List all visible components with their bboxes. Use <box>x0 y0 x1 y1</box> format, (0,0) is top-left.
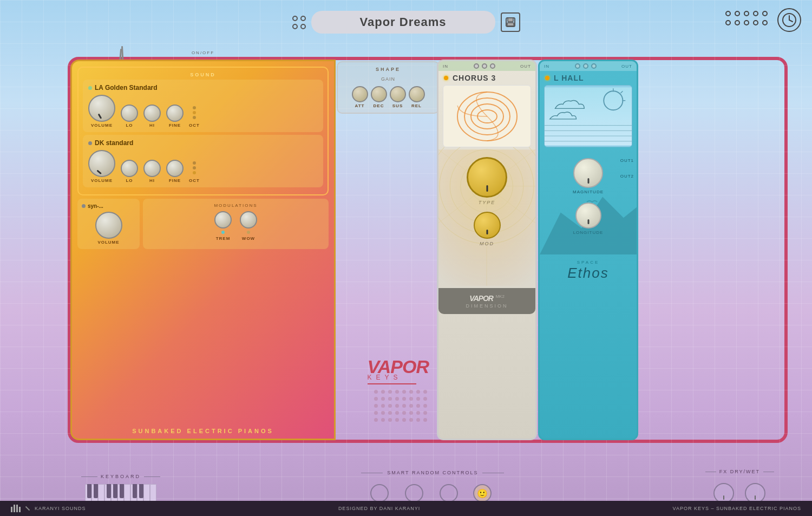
ethos-jack-1 <box>575 63 580 69</box>
sr-dimension-knob[interactable] <box>405 484 423 502</box>
dm-dot <box>374 418 378 422</box>
footer-right-text: VAPOR KEYS – SUNBAKED ELECTRIC PIANOS <box>673 506 801 511</box>
preset-circle-3[interactable] <box>292 24 298 29</box>
dec-knob[interactable] <box>371 86 387 102</box>
preset-circle-2[interactable] <box>300 16 306 21</box>
longitude-knob[interactable] <box>575 203 601 228</box>
preset-circle-4[interactable] <box>300 24 306 29</box>
dec-label: DEC <box>374 103 384 108</box>
dm-dot <box>381 397 385 401</box>
dot-1 <box>725 11 731 16</box>
on-off-label: ON/OFF <box>192 50 214 55</box>
sr-ethos-knob[interactable] <box>440 484 458 502</box>
sus-label: SUS <box>392 103 403 108</box>
oct-2-dots <box>193 161 196 174</box>
syn-vol-group: VOLUME <box>82 212 135 245</box>
sr-surprise-knob[interactable]: 🙂 <box>473 484 492 502</box>
dm-dot <box>381 390 385 394</box>
dot-2 <box>735 11 740 16</box>
lo-1-knob[interactable] <box>121 104 138 122</box>
volume-2-group: VOLUME <box>88 150 115 183</box>
wow-knob[interactable] <box>240 211 257 228</box>
key-as[interactable] <box>120 484 124 498</box>
dm-dot <box>374 390 378 394</box>
dm-dot <box>423 404 427 408</box>
mod-knob-indicator <box>486 230 488 234</box>
vapor-dim-brand: VAPOR <box>469 294 493 303</box>
chorus-jacks <box>474 63 495 69</box>
save-button[interactable] <box>501 12 520 32</box>
mod-title: MODULATIONS <box>147 203 324 208</box>
lo-1-label: LO <box>126 123 133 128</box>
svg-rect-22 <box>545 87 632 145</box>
instrument-2-led[interactable] <box>88 141 92 145</box>
bar-2 <box>14 505 15 512</box>
key-cs[interactable] <box>87 484 91 498</box>
syn-volume-knob[interactable] <box>95 212 122 239</box>
sr-sound-knob[interactable] <box>370 484 389 502</box>
dot-10 <box>762 20 768 25</box>
ethos-body: MAGNITUDE LONGITUDE OUT1 OUT2 <box>540 147 637 256</box>
lo-2-knob[interactable] <box>121 160 138 177</box>
lo-2-group: LO <box>121 160 138 183</box>
ethos-pedal: IN OUT L HALL <box>538 60 638 440</box>
trem-knob[interactable] <box>214 211 232 228</box>
fine-2-knob[interactable] <box>166 160 184 177</box>
top-bar: Vapor Dreams <box>0 11 812 34</box>
shape-title: SHAPE <box>342 67 434 72</box>
syn-name: syn-... <box>88 203 103 209</box>
wow-led <box>247 231 250 234</box>
fine-1-knob[interactable] <box>166 104 184 122</box>
dot-7 <box>735 20 740 25</box>
fine-1-group: FINE <box>166 104 184 128</box>
sus-knob[interactable] <box>390 86 406 102</box>
footer: KARANYI SOUNDS DESIGNED BY DANI KARANYI … <box>0 501 812 516</box>
dm-dot <box>416 397 420 401</box>
chorus-in-label: IN <box>443 64 448 69</box>
preset-name[interactable]: Vapor Dreams <box>311 11 495 34</box>
key-gs[interactable] <box>113 484 117 498</box>
dm-dot <box>395 390 399 394</box>
key-ds2[interactable] <box>139 484 143 498</box>
dm-dot <box>409 411 413 415</box>
instrument-1-led[interactable] <box>88 86 92 90</box>
dot-3 <box>744 11 749 16</box>
fine-2-group: FINE <box>166 160 184 183</box>
chorus-body: TYPE MOD <box>438 147 535 288</box>
out2-label: OUT2 <box>620 174 634 179</box>
dm-dot <box>381 411 385 415</box>
ethos-footer: SPACE Ethos <box>540 256 637 286</box>
dots-grid[interactable] <box>725 11 769 27</box>
dm-dot <box>402 404 406 408</box>
ethos-brand-label: Ethos <box>545 265 631 282</box>
instrument-1-knobs: VOLUME LO HI FINE <box>88 95 318 128</box>
att-knob[interactable] <box>352 86 368 102</box>
key-cs2[interactable] <box>133 484 137 498</box>
rel-knob[interactable] <box>409 86 425 102</box>
dm-dot <box>416 418 420 422</box>
syn-led[interactable] <box>82 204 86 208</box>
hi-1-knob[interactable] <box>143 104 161 122</box>
magnitude-knob[interactable] <box>573 158 603 188</box>
dot-5 <box>762 11 768 16</box>
mod-knob[interactable] <box>474 212 501 239</box>
preset-circles[interactable] <box>292 16 306 29</box>
dm-dot <box>388 397 392 401</box>
instrument-2-name: DK standard <box>95 139 133 147</box>
footer-left-group: KARANYI SOUNDS <box>11 505 86 512</box>
volume-1-knob[interactable] <box>88 95 115 122</box>
key-fs[interactable] <box>107 484 111 498</box>
type-knob[interactable] <box>467 157 507 198</box>
vapor-keys-logo: VAPOR KEYS <box>368 357 429 384</box>
key-ds[interactable] <box>94 484 98 498</box>
vdm-indicator <box>723 495 724 500</box>
volume-2-knob[interactable] <box>88 150 115 177</box>
hi-2-knob[interactable] <box>143 160 161 177</box>
footer-slash <box>25 506 30 511</box>
clock-icon[interactable] <box>777 8 801 32</box>
preset-circle-1[interactable] <box>292 16 298 21</box>
smart-random-label: SMART RANDOM CONTROLS <box>387 470 478 475</box>
dm-dot <box>409 418 413 422</box>
fx-line-left <box>705 472 716 472</box>
dm-dot <box>409 397 413 401</box>
